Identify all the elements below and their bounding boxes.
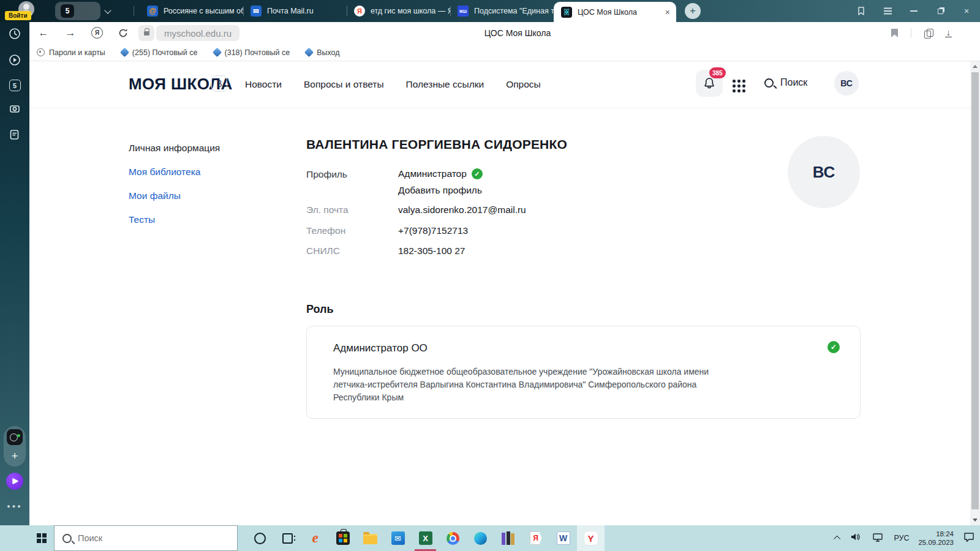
tab-counter-button[interactable]: 5 [55, 2, 100, 20]
screen: Войти 5 @ Россияне с высшим образ ✉ Почт… [0, 0, 980, 551]
user-avatar-small[interactable]: ВС [834, 71, 859, 96]
network-icon[interactable] [871, 531, 884, 545]
sidebar-item-tests[interactable]: Тесты [129, 214, 155, 225]
winrar-icon [502, 531, 514, 545]
tab-yandex-search[interactable]: Я етд гис моя школа — Янд [347, 0, 450, 22]
side-panel-icon[interactable] [856, 6, 866, 16]
tsos-atom-icon [561, 7, 572, 18]
download-icon[interactable]: ↓ [945, 29, 952, 38]
profile-value: Администратор ✓ [398, 168, 483, 179]
windows-logo-icon [37, 533, 47, 543]
edge-button[interactable] [467, 525, 494, 551]
new-tab-button[interactable]: + [685, 3, 701, 19]
tab-podsistema[interactable]: МШ Подсистема "Единая точк [450, 0, 554, 22]
browser-login-button[interactable]: Войти [5, 11, 31, 20]
nav-news[interactable]: Новости [245, 79, 282, 90]
excel-button[interactable]: X [412, 525, 439, 551]
address-bar: ← → Я myschool.edu.ru ЦОС Моя Школа ↓ [29, 22, 980, 44]
window-controls: × [856, 0, 971, 22]
start-button[interactable] [29, 525, 54, 551]
yandex-button-icon[interactable]: Я [91, 27, 103, 39]
windows-taskbar: e ✉ X Я W Y РУС 18:24 25.09.2023 [0, 525, 980, 551]
clock[interactable]: 18:24 25.09.2023 [918, 530, 954, 547]
reload-icon[interactable] [116, 26, 130, 40]
apps-grid-icon[interactable] [733, 80, 745, 92]
sidebar-item-library[interactable]: Моя библиотека [129, 167, 200, 178]
sidebar-item-personal-info[interactable]: Личная информация [129, 143, 220, 154]
scroll-down-icon[interactable] [973, 519, 978, 522]
search-icon [62, 534, 72, 543]
ms-store-button[interactable] [329, 525, 356, 551]
chrome-button[interactable] [439, 525, 467, 551]
divider [911, 28, 911, 38]
yandex-browser-button[interactable]: Y [577, 525, 605, 551]
url-field[interactable]: myschool.edu.ru [156, 25, 239, 41]
search-icon [764, 78, 774, 88]
email-value: valya.sidorenko.2017@mail.ru [398, 204, 526, 216]
menu-icon[interactable] [883, 6, 892, 16]
winrar-button[interactable] [494, 525, 522, 551]
action-center-icon[interactable] [963, 531, 975, 545]
gem-icon [212, 48, 222, 58]
tab-rossiyane[interactable]: @ Россияне с высшим образ [140, 0, 243, 22]
bookmark-mail-318[interactable]: (318) Почтовый се [214, 48, 290, 57]
page-scrollbar[interactable] [970, 61, 980, 525]
restore-button[interactable] [935, 6, 945, 16]
yandex-browser-icon: Y [584, 531, 598, 545]
extension-icon[interactable] [7, 429, 23, 445]
mail-app-button[interactable]: ✉ [384, 525, 412, 551]
volume-icon[interactable] [850, 531, 862, 545]
cortana-icon [254, 533, 266, 544]
taskbar-search-input[interactable] [78, 533, 213, 543]
video-play-icon[interactable] [8, 53, 21, 69]
file-explorer-button[interactable] [356, 525, 384, 551]
nav-links[interactable]: Полезные ссылки [406, 79, 484, 90]
yandex-app-button[interactable]: Я [522, 525, 549, 551]
scroll-up-icon[interactable] [973, 65, 978, 68]
role-check-icon: ✓ [827, 341, 840, 353]
add-extension-icon[interactable]: + [11, 449, 18, 463]
back-icon[interactable]: ← [37, 26, 50, 40]
word-button[interactable]: W [549, 525, 577, 551]
bookmark-icon[interactable] [891, 29, 898, 37]
nav-polls[interactable]: Опросы [506, 79, 541, 90]
edge-icon [474, 532, 487, 545]
forward-icon[interactable]: → [64, 26, 77, 40]
role-description: Муниципальное бюджетное общеобразователь… [333, 365, 719, 404]
language-indicator[interactable]: РУС [894, 534, 909, 542]
task-view-button[interactable] [274, 525, 301, 551]
screenshot-camera-icon[interactable] [8, 102, 21, 118]
nav-qa[interactable]: Вопросы и ответы [304, 79, 384, 90]
close-window-button[interactable]: × [962, 6, 971, 16]
collections-icon[interactable] [924, 29, 932, 38]
cortana-button[interactable] [246, 525, 274, 551]
bookmark-passwords[interactable]: Пароли и карты [37, 48, 105, 57]
chevron-down-icon[interactable] [104, 7, 111, 13]
snils-value: 182-305-100 27 [398, 246, 465, 257]
tab-tsos-active[interactable]: ЦОС Моя Школа × [554, 2, 676, 22]
lock-icon[interactable] [138, 25, 154, 41]
history-clock-icon[interactable] [8, 27, 21, 43]
bookmark-logout[interactable]: Выход [306, 48, 339, 57]
rail-more-icon[interactable]: ●●● [0, 503, 29, 509]
legacy-browser-button[interactable]: e [301, 525, 329, 551]
alice-assistant-icon[interactable] [6, 473, 23, 490]
tabs-counter-icon[interactable]: 5 [9, 80, 21, 91]
notes-icon[interactable] [8, 128, 21, 144]
scrollbar-thumb[interactable] [971, 72, 979, 509]
taskbar-search[interactable] [54, 525, 238, 551]
folder-icon [363, 534, 377, 544]
add-profile-link[interactable]: Добавить профиль [398, 185, 482, 196]
site-search-button[interactable]: Поиск [764, 77, 807, 88]
snils-label: СНИЛС [306, 246, 340, 257]
tab-close-icon[interactable]: × [665, 7, 670, 17]
system-tray: РУС 18:24 25.09.2023 [835, 525, 975, 551]
tab-mailru[interactable]: ✉ Почта Mail.ru [243, 0, 347, 22]
minimize-button[interactable] [909, 6, 919, 16]
tray-expand-icon[interactable] [834, 536, 840, 542]
phone-label: Телефон [306, 225, 345, 236]
page-title: ЦОС Моя Школа [484, 28, 551, 38]
sidebar-item-files[interactable]: Мои файлы [129, 190, 181, 201]
divider [134, 6, 134, 16]
bookmark-mail-255[interactable]: (255) Почтовый се [121, 48, 198, 57]
